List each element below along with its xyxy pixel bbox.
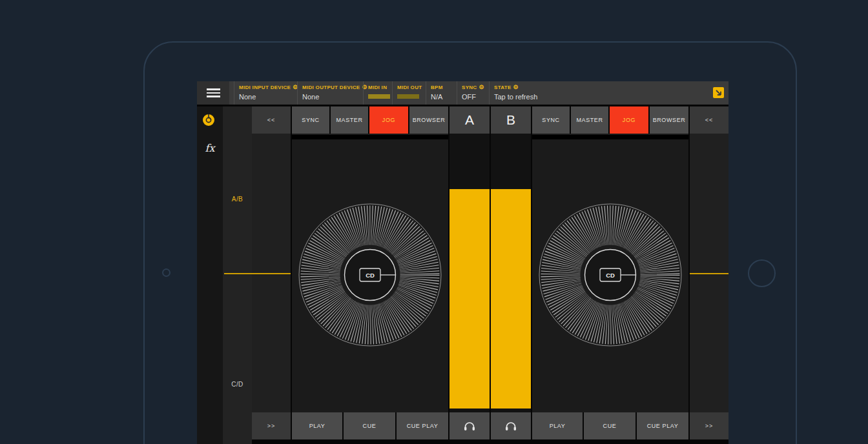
channel-a-select-button[interactable]: A — [450, 106, 490, 134]
deck-left-cue-button[interactable]: CUE — [344, 412, 395, 439]
midi-input-device-value[interactable]: None — [239, 93, 297, 101]
midi-output-device-value[interactable]: None — [302, 93, 363, 101]
turntable-disc-icon[interactable] — [202, 113, 216, 130]
deck-right-cue-play-button[interactable]: CUE PLAY — [637, 412, 688, 439]
bank-ab-tab[interactable]: A/B — [223, 196, 252, 203]
midi-out-section: MIDI OUT — [392, 81, 426, 105]
deck-right-sync-button[interactable]: SYNC — [532, 106, 570, 134]
hamburger-menu-button[interactable] — [197, 81, 229, 105]
deck-right-waveform-strip — [532, 135, 688, 139]
state-section: STATE ⚙ Tap to refresh — [489, 81, 586, 105]
hamburger-icon — [207, 96, 220, 97]
deck-left-nav-prev-button[interactable]: << — [252, 106, 291, 134]
midi-input-device-label-row: MIDI INPUT DEVICE ⚙ — [239, 85, 297, 90]
fullscreen-icon[interactable] — [713, 87, 724, 98]
left-icon-rail: fx — [197, 106, 223, 444]
jog-wheel-left[interactable]: CD — [298, 203, 442, 347]
channel-a-fader-fill — [450, 189, 490, 409]
deck-right-browser-button[interactable]: BROWSER — [650, 106, 688, 134]
state-value[interactable]: Tap to refresh — [494, 93, 586, 101]
state-label: STATE — [494, 85, 512, 90]
fx-icon[interactable]: fx — [197, 142, 223, 154]
midi-output-device-section: MIDI OUTPUT DEVICE ⚙ None — [297, 81, 363, 105]
jog-hub-label-left: CD — [366, 272, 375, 279]
deck-left-jog-button[interactable]: JOG — [369, 106, 408, 134]
midi-output-device-label: MIDI OUTPUT DEVICE — [302, 85, 360, 90]
sync-gear-icon[interactable]: ⚙ — [479, 85, 484, 90]
state-gear-icon[interactable]: ⚙ — [513, 85, 519, 90]
midi-input-device-section: MIDI INPUT DEVICE ⚙ None — [234, 81, 297, 105]
channel-b-headphone-cue-button[interactable] — [491, 412, 531, 439]
deck-left-browser-button[interactable]: BROWSER — [409, 106, 448, 134]
midi-input-device-label: MIDI INPUT DEVICE — [239, 85, 291, 90]
sync-label: SYNC — [462, 85, 477, 90]
deck-left-cue-play-button[interactable]: CUE PLAY — [397, 412, 448, 439]
channel-b-select-button[interactable]: B — [491, 106, 531, 134]
jog-wheel-right[interactable]: CD — [538, 203, 683, 347]
deck-right-play-button[interactable]: PLAY — [532, 412, 583, 439]
bpm-section: BPM N/A — [426, 81, 457, 105]
hamburger-icon — [207, 88, 220, 90]
deck-right-nav-next-button[interactable]: >> — [690, 412, 728, 439]
midi-out-activity-led — [397, 94, 419, 99]
bpm-label: BPM — [431, 85, 443, 90]
bank-label-column: A/B C/D — [223, 106, 252, 444]
deck-left-display: CD — [292, 134, 448, 412]
channel-b-fader-fill — [491, 189, 531, 409]
deck-right-master-button[interactable]: MASTER — [571, 106, 608, 134]
deck-left-sync-button[interactable]: SYNC — [292, 106, 329, 134]
sync-value[interactable]: OFF — [462, 93, 489, 101]
top-status-bar: MIDI INPUT DEVICE ⚙ None MIDI OUTPUT DEV… — [197, 81, 728, 105]
deck-right-cue-button[interactable]: CUE — [584, 412, 636, 439]
bpm-value: N/A — [431, 93, 457, 101]
channel-a-headphone-cue-button[interactable] — [450, 412, 490, 439]
channel-b-volume-fader[interactable] — [491, 134, 531, 412]
jog-hub-label-right: CD — [606, 272, 615, 279]
page-background: MIDI INPUT DEVICE ⚙ None MIDI OUTPUT DEV… — [0, 0, 868, 444]
deck-left-pitch-center-line — [224, 273, 291, 274]
tablet-home-button[interactable] — [748, 259, 776, 287]
midi-in-activity-led — [368, 94, 390, 99]
deck-left-waveform-strip — [292, 135, 448, 139]
deck-right-display: CD — [532, 134, 688, 412]
deck-right-jog-button[interactable]: JOG — [610, 106, 648, 134]
headphones-icon — [505, 421, 517, 431]
tablet-camera-dot — [162, 268, 170, 277]
bank-cd-tab[interactable]: C/D — [223, 381, 252, 388]
deck-right-nav-prev-button[interactable]: << — [690, 106, 728, 134]
midi-output-device-label-row: MIDI OUTPUT DEVICE ⚙ — [302, 85, 363, 90]
hamburger-icon — [207, 92, 220, 94]
midi-in-section: MIDI IN — [363, 81, 392, 105]
deck-right-pitch-center-line — [690, 273, 728, 274]
deck-left-master-button[interactable]: MASTER — [331, 106, 368, 134]
dj-controller-app-screen: MIDI INPUT DEVICE ⚙ None MIDI OUTPUT DEV… — [197, 81, 728, 444]
deck-left-nav-next-button[interactable]: >> — [252, 412, 291, 439]
headphones-icon — [464, 421, 475, 431]
sync-section: SYNC ⚙ OFF — [457, 81, 489, 105]
midi-in-label: MIDI IN — [368, 85, 387, 90]
deck-left-play-button[interactable]: PLAY — [292, 412, 342, 439]
channel-a-volume-fader[interactable] — [450, 134, 490, 412]
midi-out-label: MIDI OUT — [397, 85, 422, 90]
